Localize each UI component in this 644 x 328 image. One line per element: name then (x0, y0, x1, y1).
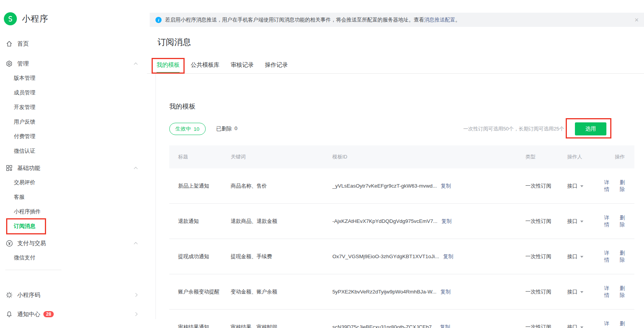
table-row: 账户余额变动提醒 变动金额、账户余额 5yPXE2KbvVeRz2dTyijw9… (169, 274, 634, 310)
template-title: 新品上架通知 (169, 183, 231, 190)
detail-link[interactable]: 详情 (599, 214, 609, 228)
quota-note: 一次性订阅可选用50个，长期订阅可选用25个 (463, 125, 564, 132)
tab-operation-records[interactable]: 操作记录 (265, 61, 288, 73)
sidebar-item-payment-manage[interactable]: 付费管理 (0, 129, 147, 144)
detail-link[interactable]: 详情 (599, 179, 609, 193)
template-keywords: 变动金额、账户余额 (231, 288, 332, 295)
operator-dropdown[interactable]: 接口 (567, 324, 599, 328)
deleted-count: 0 (234, 125, 238, 132)
sidebar-item-home[interactable]: 首页 (0, 36, 147, 51)
modules-icon (5, 164, 13, 172)
header-actions: 操作 (599, 153, 634, 160)
select-button[interactable]: 选用 (575, 122, 606, 135)
detail-link[interactable]: 详情 (599, 320, 609, 328)
content-panel: 我的模板 生效中 10 已删除 0 一次性订阅可选用50个，长期订阅可选用25个… (155, 74, 644, 319)
delete-link[interactable]: 删除 (615, 250, 625, 264)
template-id: -AjxKZAtHEvX7KpYdDQDgVdg975vcEmV7... (332, 218, 438, 224)
caret-down-icon (580, 221, 583, 223)
message-push-config-link[interactable]: 消息推送配置 (424, 16, 455, 23)
template-type: 一次性订阅 (525, 218, 567, 225)
filter-row: 生效中 10 已删除 0 一次性订阅可选用50个，长期订阅可选用25个 选用 (169, 122, 644, 135)
sidebar-item-notification-center[interactable]: 通知中心 28 (0, 307, 147, 321)
copy-link[interactable]: 复制 (440, 288, 451, 295)
chevron-up-icon (134, 63, 137, 66)
operator-dropdown[interactable]: 接口 (567, 253, 599, 260)
sidebar-item-version-manage[interactable]: 版本管理 (0, 71, 147, 86)
close-icon[interactable]: × (634, 16, 639, 23)
sidebar-item-plugins[interactable]: 小程序插件 (0, 204, 147, 219)
delete-link[interactable]: 删除 (615, 320, 625, 328)
delete-link[interactable]: 删除 (615, 179, 625, 193)
sidebar-item-user-feedback[interactable]: 用户反馈 (0, 115, 147, 129)
header-title: 标题 (169, 153, 231, 160)
template-id: Ox7V_VGSMj9EioO-3zhGYdgKBT1XVT1oJi... (332, 254, 439, 259)
template-type: 一次性订阅 (525, 288, 567, 295)
tab-bar: 我的模板 公共模板库 审核记录 操作记录 (147, 61, 644, 74)
banner-text: 若启用小程序消息推送，用户在手机客户端使用订阅消息功能的相关事件，将会推送至所配… (165, 16, 424, 23)
template-keywords: 提现金额、手续费 (231, 253, 332, 260)
section-title: 我的模板 (169, 102, 644, 111)
notification-badge: 28 (43, 311, 54, 317)
filter-right-group: 一次性订阅可选用50个，长期订阅可选用25个 选用 (463, 122, 606, 135)
info-banner: i 若启用小程序消息推送，用户在手机客户端使用订阅消息功能的相关事件，将会推送至… (150, 13, 644, 27)
table-row: 审核结果通知 审核结果、审核时间 scN39D75cJjeBEcxu31nr80… (169, 310, 634, 328)
delete-link[interactable]: 删除 (615, 214, 625, 228)
settings-icon (5, 60, 13, 68)
caret-down-icon (580, 185, 583, 187)
sidebar-item-dev-manage[interactable]: 开发管理 (0, 100, 147, 115)
sidebar-item-wechat-pay[interactable]: 微信支付 (0, 251, 147, 265)
template-title: 账户余额变动提醒 (169, 288, 231, 295)
template-id: 5yPXE2KbvVeRz2dTyijw9pWo4RmhBJa-W... (332, 289, 436, 295)
operator-dropdown[interactable]: 接口 (567, 288, 599, 295)
sidebar-nav: 首页 管理 版本管理 成员管理 开发管理 用户反馈 付费管理 微信认证 基础功能… (0, 36, 147, 321)
tab-public-template-library[interactable]: 公共模板库 (191, 61, 220, 73)
app-header: 小程序 (0, 13, 147, 25)
copy-link[interactable]: 复制 (441, 183, 451, 190)
sidebar-item-basic-features[interactable]: 基础功能 (0, 161, 147, 175)
header-keywords: 关键词 (231, 153, 332, 160)
home-icon (5, 40, 13, 48)
sidebar-item-manage[interactable]: 管理 (0, 56, 147, 71)
sidebar-divider (5, 270, 61, 270)
sidebar-item-miniprogram-code[interactable]: 小程序码 (0, 288, 147, 302)
template-title: 审核结果通知 (169, 324, 231, 328)
payment-icon (5, 239, 13, 247)
template-keywords: 退款商品、退款金额 (231, 218, 332, 225)
sidebar-item-trade-review[interactable]: 交易评价 (0, 175, 147, 190)
main-content: i 若启用小程序消息推送，用户在手机客户端使用订阅消息功能的相关事件，将会推送至… (147, 0, 644, 328)
chevron-right-icon (134, 293, 137, 297)
table-header: 标题 关键词 模板ID 类型 操作人 操作 (169, 145, 634, 168)
sidebar-item-wechat-verify[interactable]: 微信认证 (0, 144, 147, 158)
template-id: _yVLsEasOytr7vKeEFgr9czT-gkW63-mvwd... (332, 183, 437, 189)
operator-dropdown[interactable]: 接口 (567, 183, 599, 190)
detail-link[interactable]: 详情 (599, 285, 609, 299)
operator-dropdown[interactable]: 接口 (567, 218, 599, 225)
chevron-right-icon (134, 312, 137, 316)
tab-review-records[interactable]: 审核记录 (231, 61, 254, 73)
table-row: 新品上架通知 商品名称、售价 _yVLsEasOytr7vKeEFgr9czT-… (169, 168, 634, 204)
chevron-up-icon (134, 242, 137, 246)
sidebar-item-customer-service[interactable]: 客服 (0, 190, 147, 204)
bell-icon (5, 310, 13, 318)
sidebar-item-member-manage[interactable]: 成员管理 (0, 86, 147, 100)
miniprogram-logo-icon (4, 12, 17, 25)
delete-link[interactable]: 删除 (615, 285, 625, 299)
app-title: 小程序 (22, 13, 48, 25)
copy-link[interactable]: 复制 (441, 218, 452, 225)
copy-link[interactable]: 复制 (443, 253, 453, 260)
template-title: 退款通知 (169, 218, 231, 225)
copy-link[interactable]: 复制 (440, 324, 450, 328)
header-template-id: 模板ID (332, 153, 525, 160)
sidebar-item-subscribe-message[interactable]: 订阅消息 (0, 219, 147, 234)
tab-my-templates[interactable]: 我的模板 (157, 61, 180, 73)
info-icon: i (155, 17, 162, 23)
detail-link[interactable]: 详情 (599, 250, 609, 264)
template-keywords: 商品名称、售价 (231, 183, 332, 190)
table-row: 退款通知 退款商品、退款金额 -AjxKZAtHEvX7KpYdDQDgVdg9… (169, 204, 634, 239)
template-type: 一次性订阅 (525, 253, 567, 260)
filter-deleted[interactable]: 已删除 0 (216, 125, 238, 132)
template-type: 一次性订阅 (525, 324, 567, 328)
caret-down-icon (580, 256, 583, 258)
filter-active-pill[interactable]: 生效中 10 (169, 123, 206, 135)
sidebar-item-pay-and-trade[interactable]: 支付与交易 (0, 236, 147, 251)
